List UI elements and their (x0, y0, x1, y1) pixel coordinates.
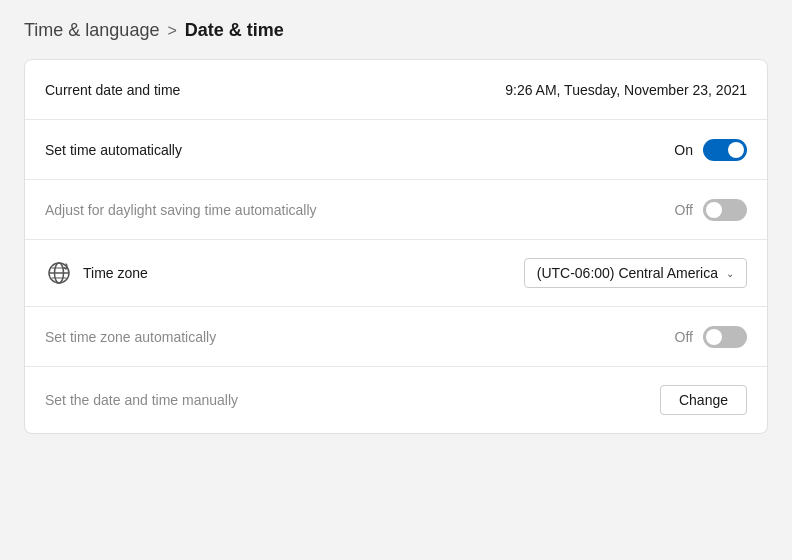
daylight-saving-label: Adjust for daylight saving time automati… (45, 202, 317, 218)
current-datetime-value: 9:26 AM, Tuesday, November 23, 2021 (505, 82, 747, 98)
settings-card: Current date and time 9:26 AM, Tuesday, … (24, 59, 768, 434)
set-timezone-auto-toggle-label: Off (675, 329, 693, 345)
timezone-label-group: Time zone (45, 259, 148, 287)
toggle-thumb (728, 142, 744, 158)
set-timezone-auto-row: Set time zone automatically Off (25, 307, 767, 367)
set-timezone-auto-toggle[interactable] (703, 326, 747, 348)
page-container: Time & language > Date & time Current da… (0, 0, 792, 560)
set-date-manual-label: Set the date and time manually (45, 392, 238, 408)
globe-icon (45, 259, 73, 287)
set-time-auto-row: Set time automatically On (25, 120, 767, 180)
daylight-saving-toggle-label: Off (675, 202, 693, 218)
current-datetime-label: Current date and time (45, 82, 180, 98)
set-time-auto-right: On (674, 139, 747, 161)
set-timezone-auto-label: Set time zone automatically (45, 329, 216, 345)
timezone-dropdown[interactable]: (UTC-06:00) Central America ⌄ (524, 258, 747, 288)
set-date-manual-row: Set the date and time manually Change (25, 367, 767, 433)
set-time-auto-toggle-label: On (674, 142, 693, 158)
breadcrumb-parent: Time & language (24, 20, 159, 41)
breadcrumb: Time & language > Date & time (24, 20, 768, 41)
daylight-saving-right: Off (675, 199, 747, 221)
change-button[interactable]: Change (660, 385, 747, 415)
timezone-label: Time zone (83, 265, 148, 281)
breadcrumb-separator: > (167, 22, 176, 40)
toggle-thumb (706, 202, 722, 218)
daylight-saving-toggle[interactable] (703, 199, 747, 221)
current-datetime-row: Current date and time 9:26 AM, Tuesday, … (25, 60, 767, 120)
set-time-auto-label: Set time automatically (45, 142, 182, 158)
timezone-row: Time zone (UTC-06:00) Central America ⌄ (25, 240, 767, 307)
breadcrumb-current: Date & time (185, 20, 284, 41)
set-timezone-auto-right: Off (675, 326, 747, 348)
toggle-thumb (706, 329, 722, 345)
set-time-auto-toggle[interactable] (703, 139, 747, 161)
daylight-saving-row: Adjust for daylight saving time automati… (25, 180, 767, 240)
dropdown-chevron-icon: ⌄ (726, 268, 734, 279)
timezone-dropdown-value: (UTC-06:00) Central America (537, 265, 718, 281)
